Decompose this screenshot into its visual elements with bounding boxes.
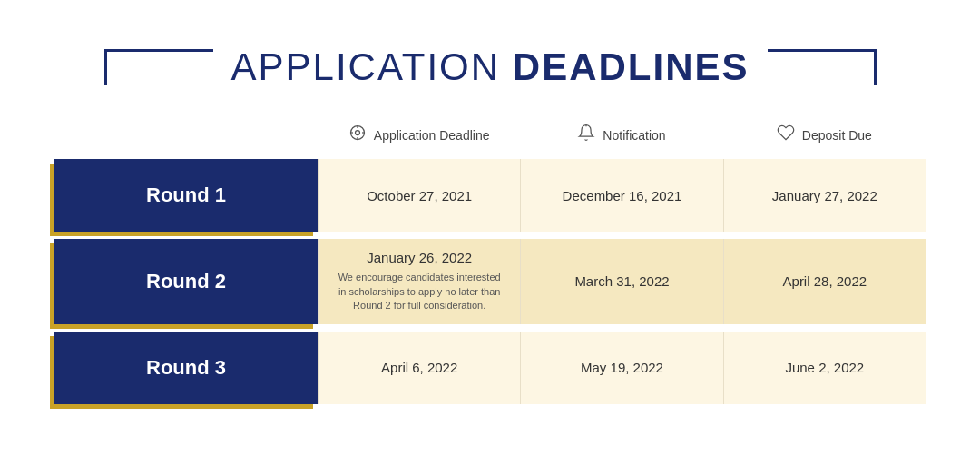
round-2-deadline-date: January 26, 2022 — [367, 250, 472, 265]
round-1-deadline-date: October 27, 2021 — [367, 188, 472, 203]
header-deposit: Deposit Due — [723, 116, 926, 154]
round-1-notification: December 16, 2021 — [520, 159, 722, 232]
notification-icon — [577, 124, 595, 146]
round-3-deadline: April 6, 2022 — [318, 332, 520, 404]
table-row: Round 1 October 27, 2021 December 16, 20… — [54, 159, 926, 232]
svg-point-1 — [355, 131, 359, 135]
title-section: APPLICATION DEADLINES — [54, 45, 926, 89]
round-3-notification-date: May 19, 2022 — [581, 360, 663, 375]
round-1-deposit: January 27, 2022 — [723, 159, 926, 232]
round-1-notification-date: December 16, 2021 — [563, 188, 682, 203]
round-2-notification: March 31, 2022 — [520, 239, 722, 323]
header-deadline-label: Application Deadline — [374, 128, 490, 143]
deposit-icon — [777, 124, 795, 146]
main-title: APPLICATION DEADLINES — [231, 45, 750, 89]
round-2-deposit: April 28, 2022 — [723, 239, 926, 323]
deadline-icon — [348, 124, 367, 146]
round-3-label: Round 3 — [146, 356, 226, 380]
main-container: APPLICATION DEADLINES Applica — [36, 27, 944, 438]
round-1-deposit-date: January 27, 2022 — [772, 188, 877, 203]
round-3-cell: Round 3 — [54, 332, 318, 404]
round-1-cell: Round 1 — [54, 159, 318, 232]
round-2-deadline: January 26, 2022 We encourage candidates… — [318, 239, 520, 323]
round-1-label: Round 1 — [146, 183, 226, 207]
header-deadline: Application Deadline — [318, 116, 520, 154]
header-empty — [54, 116, 318, 154]
title-line-right — [768, 49, 877, 85]
header-notification: Notification — [520, 116, 722, 154]
header-notification-label: Notification — [603, 128, 665, 143]
title-part2: DEADLINES — [513, 45, 750, 88]
round-3-notification: May 19, 2022 — [520, 332, 722, 404]
table-row: Round 2 January 26, 2022 We encourage ca… — [54, 239, 926, 323]
title-part1: APPLICATION — [231, 45, 513, 88]
round-3-deposit: June 2, 2022 — [723, 332, 926, 404]
round-2-label: Round 2 — [146, 270, 226, 293]
round-2-note: We encourage candidates interested in sc… — [333, 271, 505, 312]
round-3-deadline-date: April 6, 2022 — [381, 360, 457, 375]
round-2-notification-date: March 31, 2022 — [574, 273, 669, 289]
header-deposit-label: Deposit Due — [802, 128, 872, 143]
round-2-cell: Round 2 — [54, 239, 318, 323]
title-line-left — [104, 49, 213, 85]
header-row: Application Deadline Notification — [54, 116, 926, 154]
round-1-deadline: October 27, 2021 — [318, 159, 520, 232]
round-3-deposit-date: June 2, 2022 — [785, 360, 864, 375]
round-2-deposit-date: April 28, 2022 — [783, 273, 867, 289]
table-row: Round 3 April 6, 2022 May 19, 2022 June … — [54, 332, 926, 404]
deadlines-table: Application Deadline Notification — [54, 116, 926, 403]
